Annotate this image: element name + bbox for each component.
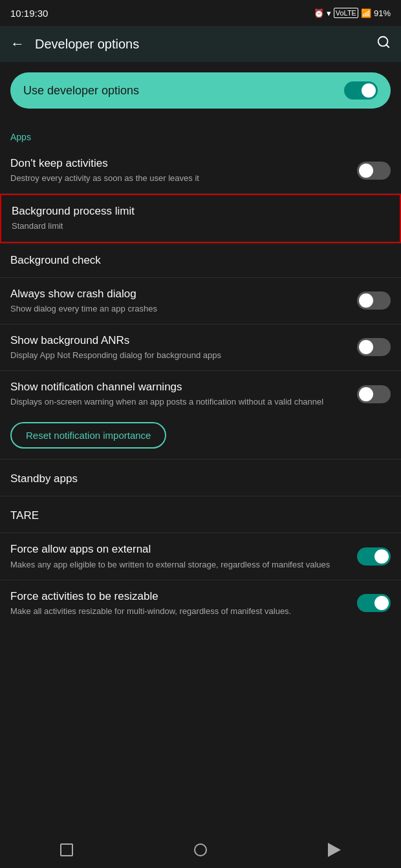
setting-text: Force allow apps on external Makes any a… xyxy=(10,542,357,570)
reset-notification-importance-button[interactable]: Reset notification importance xyxy=(10,422,166,449)
toggle-thumb xyxy=(359,387,373,401)
nav-back-button[interactable] xyxy=(328,843,341,857)
setting-text: Always show crash dialog Show dialog eve… xyxy=(10,287,357,315)
signal-icon: 📶 xyxy=(361,8,371,18)
toggle-force-activities-resizable[interactable] xyxy=(357,594,391,612)
setting-title-background-process-limit: Background process limit xyxy=(12,204,379,218)
toggle-always-show-crash-dialog[interactable] xyxy=(357,291,391,310)
setting-title-show-notification-channel-warnings: Show notification channel warnings xyxy=(10,380,347,394)
setting-item-background-process-limit[interactable]: Background process limit Standard limit xyxy=(0,194,401,242)
setting-item-background-check[interactable]: Background check xyxy=(0,244,401,277)
setting-item-always-show-crash-dialog[interactable]: Always show crash dialog Show dialog eve… xyxy=(0,278,401,324)
section-apps: Apps xyxy=(0,119,401,147)
setting-text: Show background ANRs Display App Not Res… xyxy=(10,333,357,361)
setting-title-always-show-crash-dialog: Always show crash dialog xyxy=(10,287,347,301)
section-tare: TARE xyxy=(0,496,401,533)
nav-recents-button[interactable] xyxy=(60,843,73,856)
setting-text: Force activities to be resizable Make al… xyxy=(10,589,357,617)
volte-icon: VoLTE xyxy=(334,8,358,18)
setting-subtitle-dont-keep-activities: Destroy every activity as soon as the us… xyxy=(10,173,347,184)
setting-item-show-background-anrs[interactable]: Show background ANRs Display App Not Res… xyxy=(0,324,401,370)
setting-title-force-allow-apps-on-external: Force allow apps on external xyxy=(10,542,347,556)
dev-toggle-banner[interactable]: Use developer options xyxy=(10,72,391,109)
toggle-show-notification-channel-warnings[interactable] xyxy=(357,385,391,403)
setting-item-force-activities-resizable[interactable]: Force activities to be resizable Make al… xyxy=(0,580,401,626)
toggle-thumb xyxy=(359,164,373,178)
page-title: Developer options xyxy=(35,37,376,52)
setting-text: Don't keep activities Destroy every acti… xyxy=(10,156,357,184)
navigation-bar xyxy=(0,832,401,868)
toggle-show-background-anrs[interactable] xyxy=(357,338,391,356)
setting-item-show-notification-channel-warnings[interactable]: Show notification channel warnings Displ… xyxy=(0,371,401,417)
toggle-thumb xyxy=(374,596,389,610)
setting-subtitle-show-notification-channel-warnings: Displays on-screen warning when an app p… xyxy=(10,396,347,408)
back-button[interactable]: ← xyxy=(10,36,25,52)
toggle-thumb xyxy=(359,340,373,354)
search-button[interactable] xyxy=(376,35,391,53)
status-icons: ⏰ ▾ VoLTE 📶 91% xyxy=(314,8,391,18)
toggle-thumb xyxy=(362,83,376,98)
setting-item-dont-keep-activities[interactable]: Don't keep activities Destroy every acti… xyxy=(0,147,401,193)
dev-toggle-switch[interactable] xyxy=(344,81,378,100)
battery-text: 91% xyxy=(374,8,391,18)
setting-subtitle-force-allow-apps-on-external: Makes any app eligible to be written to … xyxy=(10,559,347,571)
section-standby-apps: Standby apps xyxy=(0,460,401,496)
setting-text: Show notification channel warnings Displ… xyxy=(10,380,357,408)
svg-line-1 xyxy=(386,45,389,47)
nav-home-button[interactable] xyxy=(194,843,207,856)
status-bar: 10:19:30 ⏰ ▾ VoLTE 📶 91% xyxy=(0,0,401,26)
app-bar: ← Developer options xyxy=(0,26,401,62)
setting-text: Background process limit Standard limit xyxy=(12,204,389,232)
setting-title-force-activities-resizable: Force activities to be resizable xyxy=(10,589,347,604)
setting-subtitle-show-background-anrs: Display App Not Responding dialog for ba… xyxy=(10,350,347,361)
search-icon xyxy=(376,35,391,49)
alarm-icon: ⏰ xyxy=(314,8,324,18)
content-area: Use developer options Apps Don't keep ac… xyxy=(0,72,401,665)
toggle-thumb xyxy=(374,549,389,564)
setting-subtitle-background-process-limit: Standard limit xyxy=(12,220,379,232)
toggle-thumb xyxy=(359,293,373,308)
setting-subtitle-always-show-crash-dialog: Show dialog every time an app crashes xyxy=(10,303,347,315)
setting-title-show-background-anrs: Show background ANRs xyxy=(10,333,347,348)
wifi-icon: ▾ xyxy=(327,8,331,18)
setting-title-dont-keep-activities: Don't keep activities xyxy=(10,156,347,171)
toggle-dont-keep-activities[interactable] xyxy=(357,162,391,180)
setting-subtitle-force-activities-resizable: Make all activities resizable for multi-… xyxy=(10,606,347,617)
status-time: 10:19:30 xyxy=(10,8,48,19)
setting-item-force-allow-apps-on-external[interactable]: Force allow apps on external Makes any a… xyxy=(0,533,401,579)
dev-toggle-label: Use developer options xyxy=(23,84,139,98)
toggle-force-allow-apps-on-external[interactable] xyxy=(357,547,391,566)
